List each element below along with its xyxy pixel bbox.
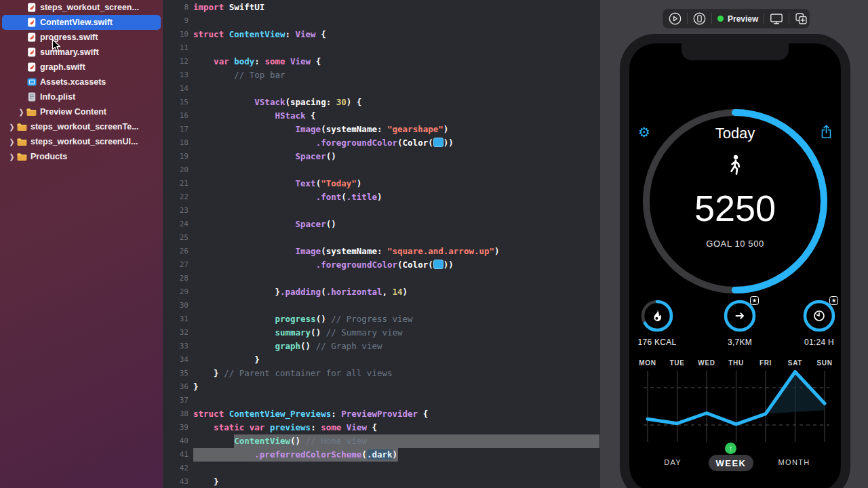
line-number: 42 <box>163 462 189 475</box>
preview-status: Preview <box>712 9 764 28</box>
line-number: 34 <box>163 353 189 367</box>
disclosure-chevron-icon[interactable]: ❯ <box>7 152 16 161</box>
code-text: Text("Today") <box>189 177 361 190</box>
live-preview-button[interactable] <box>663 9 687 28</box>
sidebar-item[interactable]: ❯steps_workout_screenUI... <box>2 134 161 149</box>
code-line[interactable]: 26 Image(systemName: "square.and.arrow.u… <box>163 245 599 258</box>
code-line[interactable]: 29 }.padding(.horizontal, 14) <box>163 285 599 299</box>
code-line[interactable]: 25 <box>163 231 599 245</box>
swift-file-icon <box>26 47 37 57</box>
code-line[interactable]: 30 <box>163 299 599 312</box>
stat-duration[interactable]: ★ 01:24 H <box>792 299 841 347</box>
line-number: 33 <box>163 340 189 353</box>
plist-icon <box>26 92 37 102</box>
line-number: 41 <box>163 448 189 462</box>
duplicate-plus-icon <box>795 12 808 25</box>
swift-file-icon <box>26 62 37 72</box>
code-line[interactable]: 13 // Top bar <box>163 68 599 82</box>
line-number: 39 <box>163 421 189 434</box>
code-line[interactable]: 39 static var previews: some View { <box>163 421 599 434</box>
file-label: graph.swift <box>40 62 161 72</box>
code-line[interactable]: 10struct ContentView: View { <box>163 28 599 41</box>
line-number: 26 <box>163 245 189 258</box>
sidebar-item[interactable]: ❯Products <box>2 149 161 164</box>
code-line[interactable]: 37 <box>163 394 599 407</box>
code-line[interactable]: 12 var body: some View { <box>163 55 599 68</box>
code-text: HStack { <box>189 109 316 123</box>
code-line[interactable]: 31 progress() // Progress view <box>163 312 599 326</box>
code-line[interactable]: 19 Spacer() <box>163 150 599 163</box>
line-number: 30 <box>163 299 189 312</box>
sidebar-item[interactable]: ContentView.swift <box>2 15 161 30</box>
disclosure-chevron-icon[interactable]: ❯ <box>7 123 16 131</box>
disclosure-chevron-icon[interactable]: ❯ <box>17 108 26 116</box>
code-line[interactable]: 43 } <box>163 475 599 488</box>
code-line[interactable]: 35 } // Parent container for all views <box>163 367 599 380</box>
code-editor[interactable]: 8import SwiftUI910struct ContentView: Vi… <box>163 0 599 488</box>
preview-display-button[interactable] <box>764 9 789 28</box>
svg-text:MON: MON <box>639 359 656 367</box>
goal-label: GOAL 10 500 <box>629 239 841 249</box>
code-line[interactable]: 36} <box>163 380 599 394</box>
sidebar-item[interactable]: progress.swift <box>2 30 161 45</box>
code-text: import SwiftUI <box>189 1 264 14</box>
duplicate-preview-button[interactable] <box>789 9 813 28</box>
code-line[interactable]: 27 .foregroundColor(Color()) <box>163 258 599 272</box>
code-line[interactable]: 18 .foregroundColor(Color()) <box>163 136 599 150</box>
stat-distance[interactable]: ★ 3,7KM <box>713 299 767 347</box>
sidebar-item[interactable]: Info.plist <box>2 89 161 104</box>
code-line[interactable]: 33 graph() // Graph view <box>163 340 599 353</box>
code-line[interactable]: 21 Text("Today") <box>163 177 599 190</box>
sidebar-item[interactable]: ❯Preview Content <box>2 104 161 119</box>
code-line[interactable]: 38struct ContentView_Previews: PreviewPr… <box>163 407 599 421</box>
code-line[interactable]: 14 <box>163 82 599 96</box>
sidebar-item[interactable]: Assets.xcassets <box>2 75 161 89</box>
tab-month[interactable]: MONTH <box>778 458 810 466</box>
folder-icon <box>16 138 28 146</box>
code-text <box>189 82 193 96</box>
code-text: Spacer() <box>189 150 336 163</box>
line-number: 21 <box>163 177 189 190</box>
sidebar-item[interactable]: steps_workout_screen... <box>2 0 161 15</box>
steps-count: 5250 <box>629 187 841 229</box>
file-label: Products <box>31 152 161 161</box>
code-line[interactable]: 23 <box>163 204 599 218</box>
stat-value: 01:24 H <box>792 338 841 347</box>
code-line[interactable]: 9 <box>163 14 599 28</box>
code-line[interactable]: 20 <box>163 163 599 177</box>
code-line[interactable]: 34 } <box>163 353 599 367</box>
code-line[interactable]: 42 <box>163 462 599 475</box>
code-line[interactable]: 28 <box>163 272 599 285</box>
iphone-preview: ⚙︎ Today 5250 <box>620 34 850 488</box>
code-line[interactable]: 32 summary() // Summary view <box>163 326 599 340</box>
line-number: 20 <box>163 163 189 177</box>
line-number: 27 <box>163 258 189 272</box>
preview-on-device-button[interactable] <box>688 9 711 28</box>
stat-calories[interactable]: 176 KCAL <box>630 299 684 347</box>
trend-up-badge-icon: ↑ <box>725 443 736 454</box>
code-line[interactable]: 41 .preferredColorScheme(.dark) <box>163 448 599 462</box>
code-line[interactable]: 24 Spacer() <box>163 218 599 231</box>
line-number: 36 <box>163 380 189 394</box>
line-number: 37 <box>163 394 189 407</box>
code-line[interactable]: 11 <box>163 41 599 55</box>
tab-week[interactable]: WEEK <box>709 455 753 471</box>
disclosure-chevron-icon[interactable]: ❯ <box>7 138 16 146</box>
line-number: 28 <box>163 272 189 285</box>
code-line[interactable]: 8import SwiftUI <box>163 1 599 14</box>
color-literal-swatch[interactable] <box>433 138 443 147</box>
color-literal-swatch[interactable] <box>433 260 443 269</box>
code-line[interactable]: 17 Image(systemName: "gearshape") <box>163 123 599 136</box>
code-text <box>189 394 193 407</box>
tab-day[interactable]: DAY <box>664 458 682 466</box>
file-label: ContentView.swift <box>40 18 161 27</box>
code-line[interactable]: 22 .font(.title) <box>163 190 599 204</box>
code-line[interactable]: 16 HStack { <box>163 109 599 123</box>
sidebar-item[interactable]: summary.swift <box>2 45 161 60</box>
sidebar-item[interactable]: graph.swift <box>2 60 161 75</box>
code-text <box>189 14 193 28</box>
code-text: .foregroundColor(Color()) <box>189 136 454 150</box>
code-line[interactable]: 40 ContentView() // Home view <box>163 434 599 448</box>
code-line[interactable]: 15 VStack(spacing: 30) { <box>163 96 599 109</box>
sidebar-item[interactable]: ❯steps_workout_screenTe... <box>2 119 161 134</box>
